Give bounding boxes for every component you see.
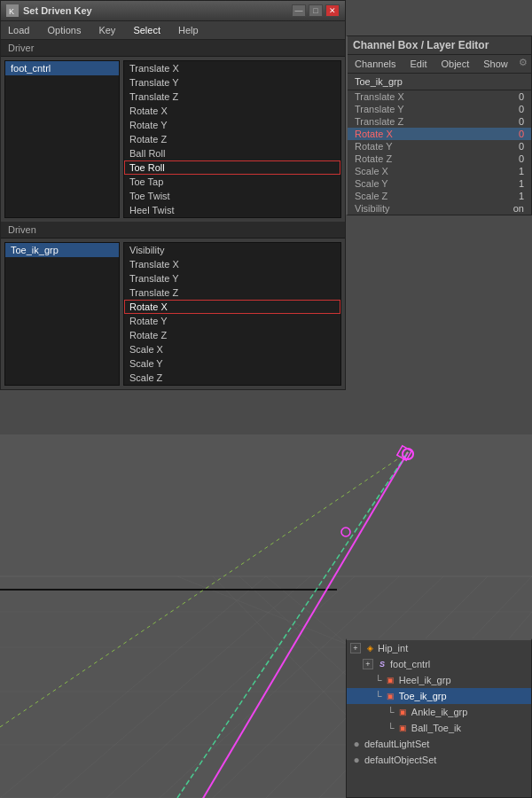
- driver-attr-translate-x[interactable]: Translate X: [124, 61, 340, 75]
- light-set-icon: ●: [350, 738, 363, 750]
- driven-attr-rotate-z[interactable]: Rotate Z: [124, 328, 340, 342]
- hip-joint-icon: ◈: [364, 642, 376, 654]
- driven-attr-rotate-y[interactable]: Rotate Y: [124, 314, 340, 328]
- ankle-group-icon: ▣: [397, 706, 410, 718]
- driver-panel: foot_cntrl Translate X Translate Y Trans…: [1, 57, 345, 222]
- close-button[interactable]: ✕: [325, 4, 340, 17]
- driver-attr-toe-tap[interactable]: Toe Tap: [124, 175, 340, 189]
- heel-connector-icon: └: [375, 675, 382, 685]
- cb-attr-scale-x[interactable]: Scale X 1: [348, 165, 531, 177]
- outliner-default-object-set[interactable]: ● defaultObjectSet: [347, 752, 531, 768]
- menu-key[interactable]: Key: [95, 23, 119, 37]
- outliner-foot-label: foot_cntrl: [390, 659, 430, 669]
- driver-attr-toe-twist[interactable]: Toe Twist: [124, 189, 340, 203]
- outliner-object-set-label: defaultObjectSet: [364, 755, 436, 765]
- outliner-heel-label: Heel_ik_grp: [399, 675, 451, 685]
- cb-attributes: Translate X 0 Translate Y 0 Translate Z …: [348, 90, 531, 215]
- outliner-toe-ik-grp[interactable]: └ ▣ Toe_ik_grp: [347, 688, 531, 704]
- cb-attr-val-rx: 0: [519, 129, 524, 139]
- cb-attr-rotate-x[interactable]: Rotate X 0: [348, 128, 531, 140]
- driver-attr-toe-roll[interactable]: Toe Roll: [124, 160, 340, 175]
- driver-attr-heel-twist[interactable]: Heel Twist: [124, 203, 340, 217]
- outliner-hip-int[interactable]: + ◈ Hip_int: [347, 640, 531, 656]
- channel-box-menubar: Channels Edit Object Show ⚙: [348, 55, 531, 74]
- object-set-icon: ●: [350, 754, 363, 766]
- outliner-heel-ik-grp[interactable]: └ ▣ Heel_ik_grp: [347, 672, 531, 688]
- cb-attr-val-sy: 1: [519, 178, 524, 189]
- cb-attr-scale-z[interactable]: Scale Z 1: [348, 190, 531, 202]
- cb-node-name: Toe_ik_grp: [348, 74, 531, 90]
- outliner-list: + ◈ Hip_int + S foot_cntrl └ ▣ Heel_ik_g…: [347, 640, 531, 768]
- cb-attr-name-rz: Rotate Z: [355, 153, 392, 164]
- driven-attr-translate-y[interactable]: Translate Y: [124, 271, 340, 286]
- outliner-default-light-set[interactable]: ● defaultLightSet: [347, 736, 531, 752]
- cb-attr-name-sy: Scale Y: [355, 178, 388, 189]
- driven-attr-translate-x[interactable]: Translate X: [124, 257, 340, 271]
- driver-node-item[interactable]: foot_cntrl: [5, 61, 119, 75]
- cb-attr-visibility[interactable]: Visibility on: [348, 202, 531, 215]
- toe-group-icon: ▣: [385, 690, 397, 702]
- driver-attr-ball-roll[interactable]: Ball Roll: [124, 146, 340, 160]
- menu-select[interactable]: Select: [129, 23, 164, 37]
- cb-attr-translate-y[interactable]: Translate Y 0: [348, 103, 531, 115]
- driver-attr-rotate-x[interactable]: Rotate X: [124, 104, 340, 118]
- cb-attr-val-sx: 1: [519, 166, 524, 176]
- driven-node-item[interactable]: Toe_ik_grp: [5, 243, 119, 257]
- cb-attr-rotate-y[interactable]: Rotate Y 0: [348, 140, 531, 153]
- channel-box-title: Channel Box / Layer Editor: [348, 36, 531, 55]
- minimize-button[interactable]: —: [292, 4, 306, 17]
- toe-connector-icon: └: [375, 691, 382, 701]
- cb-attr-scale-y[interactable]: Scale Y 1: [348, 177, 531, 190]
- driven-attr-scale-x[interactable]: Scale X: [124, 342, 340, 356]
- titlebar: K Set Driven Key — □ ✕: [1, 1, 345, 21]
- cb-menu-show[interactable]: Show: [480, 57, 512, 71]
- driver-attr-rotate-z[interactable]: Rotate Z: [124, 132, 340, 146]
- channel-box: Channel Box / Layer Editor Channels Edit…: [346, 35, 532, 215]
- expand-foot-button[interactable]: +: [363, 659, 373, 669]
- menu-load[interactable]: Load: [4, 23, 33, 37]
- cb-attr-rotate-z[interactable]: Rotate Z 0: [348, 153, 531, 165]
- driver-attr-translate-z[interactable]: Translate Z: [124, 90, 340, 104]
- driver-attr-rotate-y[interactable]: Rotate Y: [124, 118, 340, 132]
- menu-help[interactable]: Help: [175, 23, 202, 37]
- outliner-ball-label: Ball_Toe_ik: [411, 723, 461, 733]
- cb-attr-val-tx: 0: [519, 91, 524, 102]
- cb-attr-val-sz: 1: [519, 191, 524, 201]
- outliner-ball-toe-ik[interactable]: └ ▣ Ball_Toe_ik: [347, 720, 531, 736]
- outliner-foot-cntrl[interactable]: + S foot_cntrl: [347, 656, 531, 672]
- driven-attr-rotate-x[interactable]: Rotate X: [124, 300, 340, 314]
- ball-group-icon: ▣: [397, 722, 410, 734]
- expand-hip-button[interactable]: +: [350, 643, 361, 653]
- cb-attr-val-vis: on: [513, 203, 524, 214]
- driven-attr-visibility[interactable]: Visibility: [124, 243, 340, 257]
- driver-nodes-list[interactable]: foot_cntrl: [4, 60, 120, 218]
- driven-attr-scale-z[interactable]: Scale Z: [124, 371, 340, 385]
- cb-attr-name-rx: Rotate X: [355, 129, 393, 139]
- driven-attr-translate-z[interactable]: Translate Z: [124, 286, 340, 300]
- cb-attr-name-ty: Translate Y: [355, 104, 404, 114]
- driven-nodes-list[interactable]: Toe_ik_grp: [4, 242, 120, 386]
- cb-settings-icon[interactable]: ⚙: [519, 57, 528, 71]
- cb-menu-object[interactable]: Object: [437, 57, 473, 71]
- cb-menu-channels[interactable]: Channels: [351, 57, 399, 71]
- foot-curve-icon: S: [376, 658, 388, 670]
- driven-attr-scale-y[interactable]: Scale Y: [124, 356, 340, 371]
- outliner-ankle-ik-grp[interactable]: └ ▣ Ankle_ik_grp: [347, 704, 531, 720]
- maximize-button[interactable]: □: [309, 4, 323, 17]
- outliner-panel: + ◈ Hip_int + S foot_cntrl └ ▣ Heel_ik_g…: [346, 638, 532, 798]
- ankle-connector-icon: └: [387, 707, 395, 717]
- cb-menu-edit[interactable]: Edit: [406, 57, 430, 71]
- svg-text:K: K: [9, 7, 14, 16]
- outliner-ankle-label: Ankle_ik_grp: [411, 707, 468, 717]
- titlebar-controls: — □ ✕: [292, 4, 340, 17]
- menu-options[interactable]: Options: [43, 23, 84, 37]
- driver-attr-translate-y[interactable]: Translate Y: [124, 75, 340, 90]
- ball-connector-icon: └: [387, 723, 395, 733]
- driver-attrs-list[interactable]: Translate X Translate Y Translate Z Rota…: [123, 60, 341, 218]
- heel-group-icon: ▣: [385, 674, 397, 686]
- cb-attr-translate-x[interactable]: Translate X 0: [348, 90, 531, 103]
- window-title: Set Driven Key: [23, 5, 92, 16]
- cb-attr-translate-z[interactable]: Translate Z 0: [348, 115, 531, 128]
- driven-attrs-list[interactable]: Visibility Translate X Translate Y Trans…: [123, 242, 341, 386]
- sdk-menubar: Load Options Key Select Help: [1, 21, 345, 40]
